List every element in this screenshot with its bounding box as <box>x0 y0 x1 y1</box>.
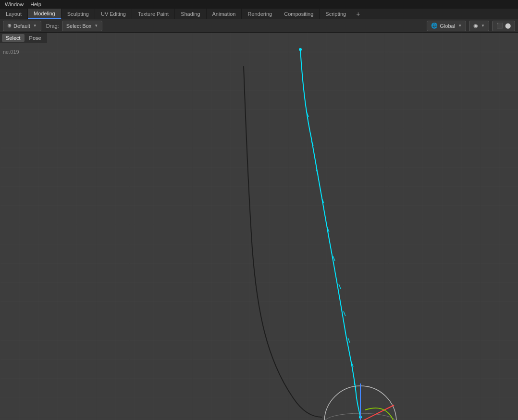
select-box-label: Select Box <box>66 23 92 29</box>
menu-window[interactable]: Window <box>2 1 26 8</box>
toolbar-right: 🌐 Global ▼ ◉ ▼ ⬛ ⬤ <box>427 21 515 31</box>
tab-layout[interactable]: Layout <box>0 9 28 19</box>
overlay-arrow: ▼ <box>481 24 485 28</box>
mode-toolbar: Select Pose <box>0 33 47 43</box>
mode-selector[interactable]: ⊕ Default ▼ <box>3 21 41 31</box>
pose-mode-button[interactable]: Pose <box>25 34 45 42</box>
scene-svg <box>0 33 518 420</box>
tab-scripting[interactable]: Scripting <box>320 9 352 19</box>
top-menubar: Window Help <box>0 0 518 9</box>
tab-rendering[interactable]: Rendering <box>242 9 278 19</box>
tab-animation[interactable]: Animation <box>207 9 242 19</box>
view-selector[interactable]: 🌐 Global ▼ <box>427 21 466 31</box>
menu-help[interactable]: Help <box>27 1 44 8</box>
select-mode-button[interactable]: Select <box>2 34 25 42</box>
overlay-button[interactable]: ◉ ▼ <box>469 21 489 31</box>
tab-uv-editing[interactable]: UV Editing <box>95 9 132 19</box>
svg-line-7 <box>344 311 345 316</box>
view-icon: 🌐 <box>431 23 438 29</box>
overlay-icon: ◉ <box>473 23 478 29</box>
drag-label: Drag: <box>46 23 59 29</box>
select-box-arrow: ▼ <box>94 24 98 28</box>
svg-line-6 <box>339 284 341 289</box>
mode-label: Default <box>13 23 30 29</box>
view-arrow: ▼ <box>458 24 462 28</box>
workspace-tabs: Layout Modeling Sculpting UV Editing Tex… <box>0 9 518 19</box>
select-box-dropdown[interactable]: Select Box ▼ <box>62 21 103 31</box>
shading-buttons[interactable]: ⬛ ⬤ <box>492 21 515 31</box>
svg-line-15 <box>360 405 394 420</box>
mode-dropdown-arrow: ▼ <box>33 24 37 28</box>
view-label: Global <box>440 23 455 29</box>
mode-icon: ⊕ <box>7 23 12 29</box>
tab-compositing[interactable]: Compositing <box>278 9 320 19</box>
svg-line-8 <box>348 338 350 343</box>
tab-sculpting[interactable]: Sculpting <box>62 9 95 19</box>
tab-modeling[interactable]: Modeling <box>28 9 62 19</box>
tab-texture-paint[interactable]: Texture Paint <box>132 9 175 19</box>
svg-point-11 <box>299 48 302 51</box>
header-toolbar: ⊕ Default ▼ Drag: Select Box ▼ 🌐 Global … <box>0 19 518 33</box>
add-workspace-button[interactable]: + <box>352 9 364 19</box>
tab-shading[interactable]: Shading <box>175 9 206 19</box>
shading-solid-icon: ⬤ <box>505 23 511 29</box>
viewport[interactable] <box>0 33 518 420</box>
shading-wireframe-icon: ⬛ <box>496 23 503 29</box>
